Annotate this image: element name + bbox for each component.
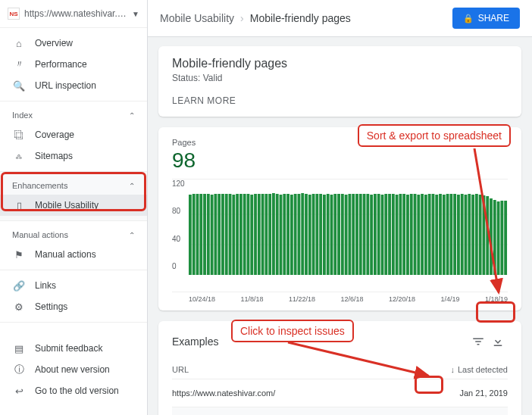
sidebar-item-about[interactable]: ⓘAbout new version — [0, 359, 147, 380]
download-button[interactable] — [488, 332, 508, 351]
svg-rect-30 — [286, 194, 289, 275]
chart-y-axis: 120 80 40 0 — [172, 179, 185, 270]
flag-icon: ⚑ — [12, 249, 26, 260]
svg-rect-33 — [298, 194, 301, 275]
svg-rect-37 — [312, 194, 315, 275]
learn-more-link[interactable]: LEARN MORE — [158, 88, 521, 117]
sidebar-item-manual-actions[interactable]: ⚑Manual actions — [0, 244, 147, 265]
svg-rect-40 — [323, 195, 326, 275]
svg-rect-18 — [243, 194, 246, 275]
table-row[interactable]: https://www.nateshivar.com/1774/unicoi-g… — [172, 407, 508, 415]
mobile-icon: ▯ — [12, 200, 26, 211]
sidebar-item-mobile-usability[interactable]: ▯Mobile Usability — [0, 195, 147, 216]
svg-rect-60 — [396, 195, 399, 275]
annotation-arrow — [284, 342, 443, 395]
sidebar-item-coverage[interactable]: ⿻Coverage — [0, 124, 147, 145]
sidebar-section-enhancements[interactable]: Enhancements⌃ — [0, 176, 147, 195]
svg-rect-66 — [417, 195, 420, 275]
sidebar-item-performance[interactable]: 〃Performance — [0, 54, 147, 75]
breadcrumb-parent[interactable]: Mobile Usability — [160, 12, 234, 24]
sitemap-icon: ஃ — [12, 151, 26, 161]
svg-rect-47 — [349, 194, 352, 275]
sidebar-item-url-inspection[interactable]: 🔍URL inspection — [0, 75, 147, 96]
filter-icon — [471, 335, 485, 348]
svg-rect-50 — [359, 194, 362, 275]
svg-rect-65 — [414, 194, 417, 275]
svg-rect-14 — [229, 194, 232, 275]
svg-rect-48 — [352, 194, 355, 275]
svg-rect-55 — [377, 194, 380, 275]
site-selector[interactable]: NS https://www.nateshivar.com/ ▼ — [0, 0, 147, 28]
svg-rect-23 — [261, 194, 264, 275]
svg-rect-31 — [290, 195, 293, 275]
svg-rect-12 — [221, 194, 224, 275]
svg-rect-22 — [258, 194, 261, 275]
topbar: Mobile Usability › Mobile-friendly pages… — [148, 0, 532, 37]
chevron-down-icon: ▼ — [132, 10, 139, 18]
svg-line-92 — [288, 342, 428, 376]
svg-rect-41 — [327, 194, 330, 275]
svg-rect-59 — [392, 194, 395, 275]
sidebar-item-links[interactable]: 🔗Links — [0, 275, 147, 296]
svg-rect-64 — [410, 194, 413, 275]
svg-rect-13 — [225, 194, 228, 275]
status-card-status: Status: Valid — [172, 73, 508, 83]
sidebar-section-index[interactable]: Index⌃ — [0, 106, 147, 124]
annotation-click-inspect: Click to inspect issues — [231, 320, 354, 342]
copy-icon: ⿻ — [12, 129, 26, 140]
svg-rect-4 — [192, 194, 196, 275]
info-icon: ⓘ — [12, 364, 26, 375]
svg-rect-52 — [366, 194, 369, 275]
svg-rect-42 — [330, 195, 333, 275]
svg-rect-16 — [236, 194, 239, 275]
svg-rect-26 — [272, 193, 275, 275]
footer: Privacy Terms — [0, 406, 147, 415]
svg-rect-53 — [370, 195, 373, 275]
sidebar-item-settings[interactable]: ⚙Settings — [0, 296, 147, 317]
chevron-up-icon: ⌃ — [129, 182, 135, 190]
column-header-date[interactable]: ↓Last detected — [436, 365, 508, 374]
svg-rect-7 — [203, 194, 206, 275]
svg-rect-19 — [247, 194, 250, 275]
svg-rect-72 — [439, 194, 442, 275]
svg-rect-57 — [384, 194, 387, 275]
svg-rect-36 — [308, 195, 311, 275]
svg-rect-74 — [446, 194, 449, 275]
svg-rect-61 — [399, 194, 402, 275]
svg-rect-17 — [239, 194, 243, 275]
share-button[interactable]: 🔒SHARE — [452, 8, 520, 29]
sidebar-item-submit-feedback[interactable]: ▤Submit feedback — [0, 338, 147, 359]
svg-rect-69 — [428, 194, 431, 275]
breadcrumb-separator: › — [240, 12, 244, 24]
svg-rect-3 — [189, 195, 192, 275]
svg-rect-49 — [355, 194, 358, 275]
svg-rect-56 — [381, 195, 384, 275]
search-icon: 🔍 — [12, 80, 26, 91]
status-card: Mobile-friendly pages Status: Valid LEAR… — [158, 46, 521, 117]
svg-rect-58 — [388, 194, 391, 275]
svg-rect-67 — [421, 194, 424, 275]
svg-rect-32 — [294, 194, 297, 275]
svg-rect-9 — [211, 195, 214, 275]
svg-rect-10 — [214, 194, 217, 275]
svg-rect-6 — [199, 194, 202, 275]
svg-rect-29 — [283, 194, 286, 275]
site-logo: NS — [8, 8, 20, 20]
sidebar-item-old-version[interactable]: ↩Go to the old version — [0, 380, 147, 401]
download-icon — [491, 335, 505, 348]
svg-rect-43 — [333, 194, 336, 275]
chevron-up-icon: ⌃ — [129, 231, 135, 239]
sidebar-item-sitemaps[interactable]: ஃSitemaps — [0, 145, 147, 167]
svg-rect-38 — [315, 194, 318, 275]
svg-rect-11 — [217, 194, 221, 275]
filter-button[interactable] — [468, 332, 488, 351]
main-content: Mobile Usability › Mobile-friendly pages… — [148, 0, 532, 415]
svg-rect-5 — [196, 194, 199, 275]
svg-rect-51 — [363, 194, 366, 275]
svg-rect-27 — [276, 194, 279, 275]
sidebar-section-manual-actions[interactable]: Manual actions⌃ — [0, 226, 147, 244]
sidebar-item-overview[interactable]: ⌂Overview — [0, 33, 147, 54]
svg-line-91 — [474, 148, 499, 292]
status-card-title: Mobile-friendly pages — [172, 57, 508, 70]
annotation-sort-export: Sort & export to spreadsheet — [358, 124, 511, 147]
